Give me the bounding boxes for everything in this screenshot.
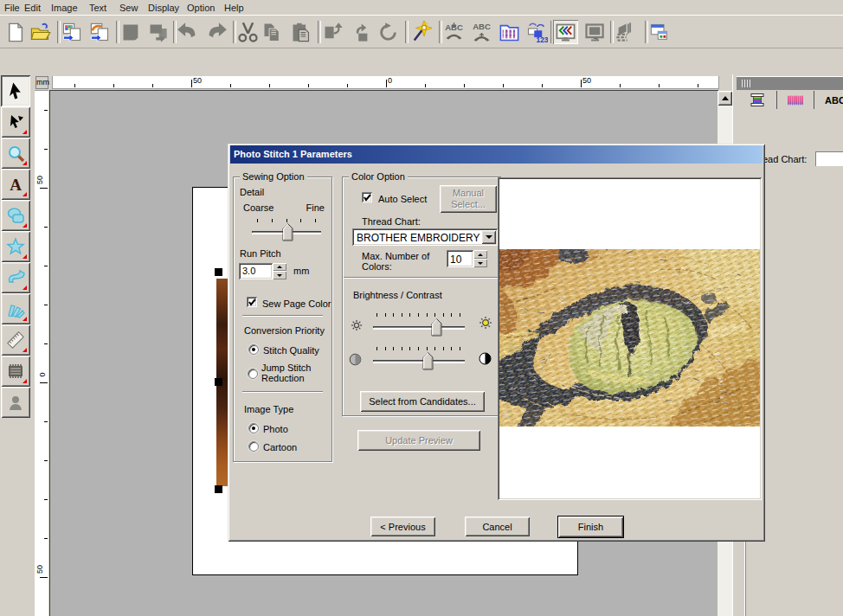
svg-text:123: 123 bbox=[537, 35, 549, 43]
svg-text:A: A bbox=[10, 176, 22, 194]
svg-text:ABC: ABC bbox=[473, 22, 491, 31]
